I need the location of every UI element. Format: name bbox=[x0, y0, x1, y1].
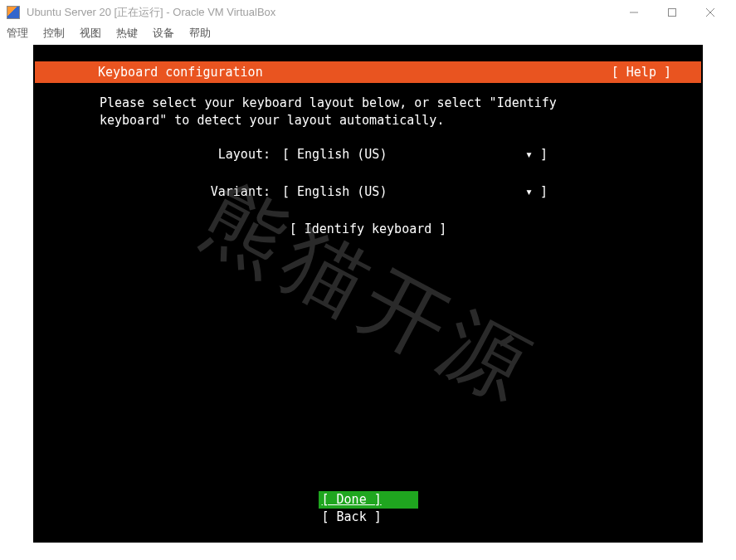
variant-row: Variant: [ English (US) ▾ ] bbox=[33, 183, 703, 201]
installer-header: Keyboard configuration [ Help ] bbox=[35, 61, 701, 83]
back-button[interactable]: [ Back ] bbox=[319, 509, 418, 526]
instructions-text: Please select your keyboard layout below… bbox=[33, 83, 597, 129]
variant-label: Variant: bbox=[33, 183, 282, 201]
close-button[interactable] bbox=[691, 0, 729, 25]
layout-dropdown[interactable]: [ English (US) ▾ ] bbox=[282, 146, 548, 163]
window-titlebar: Ubuntu Server 20 [正在运行] - Oracle VM Virt… bbox=[0, 0, 736, 25]
installer-title: Keyboard configuration bbox=[98, 64, 263, 81]
menu-manage[interactable]: 管理 bbox=[7, 26, 28, 41]
chevron-down-icon: ▾ ] bbox=[525, 183, 548, 201]
identify-keyboard-button[interactable]: [ Identify keyboard ] bbox=[290, 222, 447, 236]
layout-row: Layout: [ English (US) ▾ ] bbox=[33, 146, 703, 163]
variant-value: [ English (US) bbox=[282, 183, 387, 201]
help-button[interactable]: [ Help ] bbox=[612, 64, 671, 81]
chevron-down-icon: ▾ ] bbox=[525, 146, 548, 163]
menu-view[interactable]: 视图 bbox=[80, 26, 101, 41]
footer-buttons: [ Done ] [ Back ] bbox=[319, 491, 418, 526]
menu-help[interactable]: 帮助 bbox=[189, 26, 211, 41]
variant-dropdown[interactable]: [ English (US) ▾ ] bbox=[282, 183, 548, 201]
layout-value: [ English (US) bbox=[282, 146, 387, 163]
maximize-button[interactable] bbox=[653, 0, 691, 25]
minimize-button[interactable] bbox=[615, 0, 653, 25]
layout-label: Layout: bbox=[33, 146, 282, 163]
svg-rect-1 bbox=[669, 9, 676, 17]
done-button[interactable]: [ Done ] bbox=[319, 491, 418, 509]
virtualbox-icon bbox=[7, 6, 20, 19]
menu-hotkeys[interactable]: 热键 bbox=[116, 26, 138, 41]
menu-bar: 管理 控制 视图 热键 设备 帮助 bbox=[0, 25, 736, 45]
menu-control[interactable]: 控制 bbox=[43, 26, 65, 41]
window-title: Ubuntu Server 20 [正在运行] - Oracle VM Virt… bbox=[27, 5, 275, 20]
vm-display: Keyboard configuration [ Help ] Please s… bbox=[33, 45, 703, 543]
menu-devices[interactable]: 设备 bbox=[153, 26, 174, 41]
